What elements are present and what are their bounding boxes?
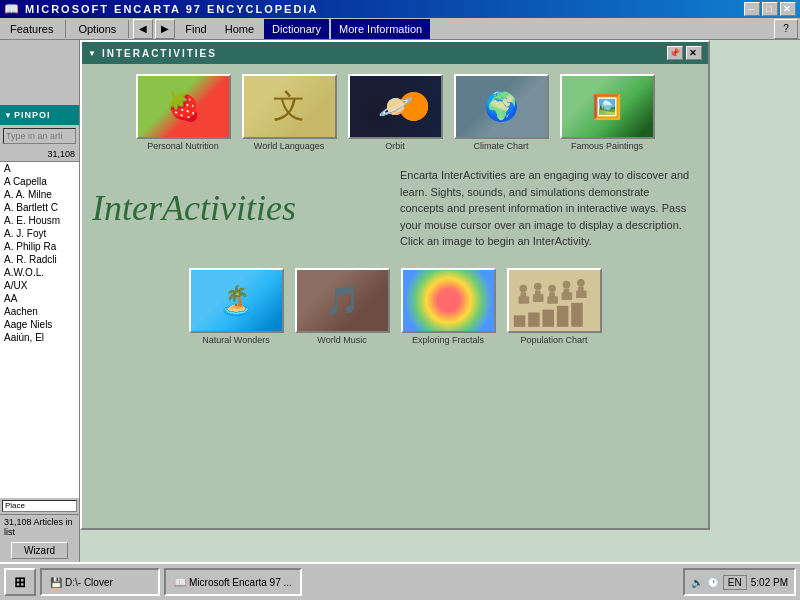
svg-rect-3 [518,296,522,304]
taskbar: ⊞ 💾 D:\- Clover 📖 Microsoft Encarta 97 .… [0,562,800,600]
modal-header: ▼ INTERACTIVITIES 📌 ✕ [82,42,708,64]
encarta-label: Microsoft Encarta 97 ... [189,577,292,588]
list-item[interactable]: A. R. Radcli [0,253,79,266]
modal-arrow: ▼ [88,49,98,58]
svg-rect-11 [547,296,551,304]
img-item-music[interactable]: World Music [292,268,392,345]
nav-forward-button[interactable]: ▶ [155,19,175,39]
svg-rect-20 [582,290,586,298]
nutrition-label: Personal Nutrition [147,141,219,151]
nav-back-button[interactable]: ◀ [133,19,153,39]
img-item-nutrition[interactable]: Personal Nutrition [133,74,233,151]
paintings-label: Famous Paintings [571,141,643,151]
close-button[interactable]: ✕ [780,2,796,16]
languages-image[interactable] [242,74,337,139]
modal-title: INTERACTIVITIES [102,48,217,59]
more-info-menu[interactable]: More Information [331,19,430,39]
list-item[interactable]: A.W.O.L. [0,266,79,279]
title-bar: 📖 MICROSOFT ENCARTA 97 ENCYCLOPEDIA ─ □ … [0,0,800,18]
img-item-paintings[interactable]: Famous Paintings [557,74,657,151]
svg-rect-7 [532,294,536,302]
modal-close-button[interactable]: ✕ [686,46,702,60]
fractals-image[interactable] [401,268,496,333]
img-item-nature[interactable]: Natural Wonders [186,268,286,345]
minimize-button[interactable]: ─ [744,2,760,16]
svg-rect-19 [576,290,580,298]
languages-label: World Languages [254,141,324,151]
pinpoint-label: PINPOI [14,110,51,120]
find-menu[interactable]: Find [177,19,214,39]
interactivities-modal: ▼ INTERACTIVITIES 📌 ✕ Personal Nutrition [80,40,710,530]
sidebar: A ▼ PINPOI 31,108 A A Capella A. A. Miln… [0,40,80,562]
list-item[interactable]: A. E. Housm [0,214,79,227]
taskbar-tray: 🔊 🕐 EN 5:02 PM [683,568,796,596]
list-item[interactable]: A [0,162,79,175]
clock-icon: 🕐 [707,577,719,588]
list-item[interactable]: A Capella [0,175,79,188]
right-content: bets of the Egyptian icians head and the… [80,40,800,562]
modal-pin-button[interactable]: 📌 [667,46,683,60]
list-item[interactable]: A. Bartlett C [0,201,79,214]
svg-rect-15 [561,292,565,300]
population-image[interactable] [507,268,602,333]
taskbar-item-encarta[interactable]: 📖 Microsoft Encarta 97 ... [164,568,302,596]
middle-section: InterActivities Encarta InterActivities … [92,159,698,258]
orbit-label: Orbit [385,141,405,151]
lang-indicator[interactable]: EN [723,575,747,590]
img-item-population[interactable]: Population Chart [504,268,604,345]
img-item-climate[interactable]: Climate Chart [451,74,551,151]
list-item[interactable]: AA [0,292,79,305]
maximize-button[interactable]: □ [762,2,778,16]
img-item-fractals[interactable]: Exploring Fractals [398,268,498,345]
fractals-label: Exploring Fractals [412,335,484,345]
app-icon: 📖 [4,2,21,16]
music-image[interactable] [295,268,390,333]
speaker-icon: 🔊 [691,577,703,588]
list-item[interactable]: A. Philip Ra [0,240,79,253]
description-text: Encarta InterActivities are an engaging … [392,159,698,258]
list-item[interactable]: Aaiún, El [0,331,79,344]
nutrition-image[interactable] [136,74,231,139]
dictionary-menu[interactable]: Dictionary [264,19,329,39]
orbit-image[interactable] [348,74,443,139]
list-item[interactable]: A/UX [0,279,79,292]
svg-point-5 [533,282,541,290]
img-item-orbit[interactable]: Orbit [345,74,445,151]
music-label: World Music [317,335,366,345]
clover-icon: 💾 [50,577,62,588]
list-item[interactable]: Aage Niels [0,318,79,331]
help-button[interactable]: ? [774,19,798,39]
menu-separator-2 [128,20,129,38]
svg-rect-12 [554,296,558,304]
list-item[interactable]: A. A. Milne [0,188,79,201]
taskbar-item-clover[interactable]: 💾 D:\- Clover [40,568,160,596]
svg-rect-21 [513,315,524,326]
features-menu[interactable]: Features [2,19,61,39]
paintings-image[interactable] [560,74,655,139]
svg-rect-25 [571,302,582,326]
options-menu[interactable]: Options [70,19,124,39]
a-label: A [0,40,79,105]
article-count-bottom: 31,108 Articles in list [0,514,79,539]
pinpoint-arrow: ▼ [4,111,12,120]
climate-label: Climate Chart [473,141,528,151]
pinpoint-search[interactable] [3,128,76,144]
svg-point-9 [548,284,556,292]
encarta-icon: 📖 [174,577,186,588]
start-button[interactable]: ⊞ [4,568,36,596]
nature-image[interactable] [189,268,284,333]
img-item-languages[interactable]: World Languages [239,74,339,151]
time-display: 5:02 PM [751,577,788,588]
pinpoint-header: ▼ PINPOI [0,105,79,125]
clover-label: D:\- Clover [65,577,113,588]
menu-separator-1 [65,20,66,38]
modal-body: Personal Nutrition World Languages Orbit… [82,64,708,528]
list-item[interactable]: A. J. Foyt [0,227,79,240]
climate-image[interactable] [454,74,549,139]
svg-rect-4 [525,296,529,304]
svg-rect-16 [568,292,572,300]
list-item[interactable]: Aachen [0,305,79,318]
home-menu[interactable]: Home [217,19,262,39]
svg-rect-23 [542,309,553,326]
wizard-button[interactable]: Wizard [11,542,68,559]
